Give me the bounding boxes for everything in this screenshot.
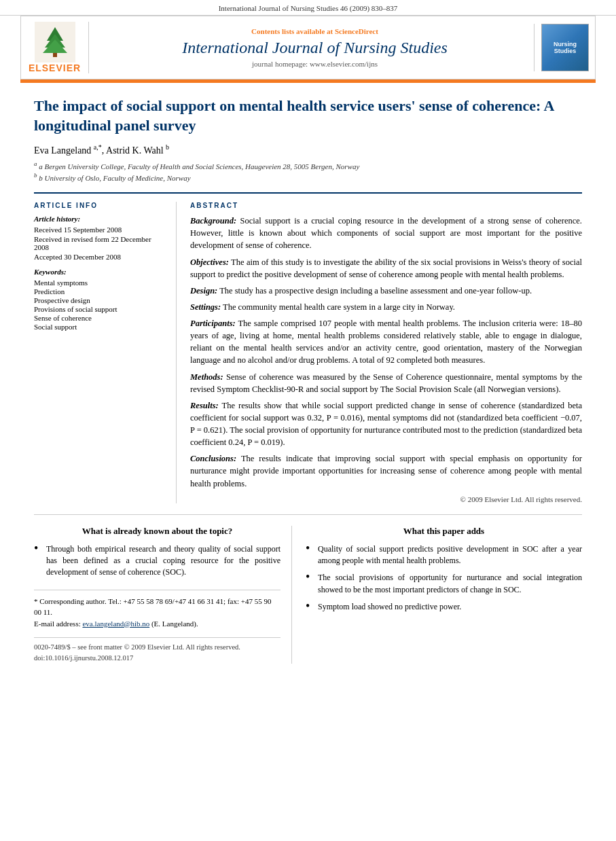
- abstract-header: ABSTRACT: [190, 202, 582, 209]
- sciencedirect-line: Contents lists available at ScienceDirec…: [96, 27, 534, 35]
- email-suffix: (E. Langeland).: [151, 620, 198, 628]
- keyword-5: Sense of coherence: [34, 314, 165, 322]
- known-title: What is already known about the topic?: [34, 526, 280, 537]
- article-history-label: Article history:: [34, 215, 165, 223]
- footer-doi: doi:10.1016/j.ijnurstu.2008.12.017: [34, 653, 280, 664]
- methods-text: Sense of coherence was measured by the S…: [190, 372, 582, 394]
- known-bullet-1-text: Through both empirical research and theo…: [46, 543, 280, 579]
- footnote-section: * Corresponding author. Tel.: +47 55 58 …: [34, 590, 280, 630]
- abstract-background: Background: Social support is a crucial …: [190, 215, 582, 251]
- conclusions-label: Conclusions:: [190, 454, 236, 463]
- keywords-label: Keywords:: [34, 268, 165, 276]
- nursing-logo-block: Nursing Studies: [534, 24, 588, 71]
- results-label: Results:: [190, 401, 219, 410]
- authors-line: Eva Langeland a,*, Astrid K. Wahl b: [34, 143, 582, 156]
- elsevier-tree-icon: [35, 22, 75, 62]
- participants-label: Participants:: [190, 319, 236, 328]
- keyword-3: Prospective design: [34, 296, 165, 304]
- bullet-dot-1: •: [34, 542, 43, 554]
- accepted-date: Accepted 30 December 2008: [34, 253, 165, 261]
- affiliation-b: b b University of Oslo, Faculty of Medic…: [34, 172, 582, 182]
- results-text: The results show that while social suppo…: [190, 401, 582, 447]
- adds-section: What this paper adds • Quality of social…: [306, 526, 582, 664]
- abstract-design: Design: The study has a prospective desi…: [190, 285, 582, 297]
- adds-bullet-2: • The social provisions of opportunity f…: [306, 572, 582, 596]
- adds-bullet-dot-1: •: [306, 542, 315, 554]
- background-label: Background:: [190, 216, 236, 226]
- settings-text: The community mental health care system …: [223, 302, 455, 312]
- affiliation-b-text: b University of Oslo, Faculty of Medicin…: [39, 173, 190, 181]
- objectives-text: The aim of this study is to investigate …: [190, 257, 582, 279]
- footer-copyright-text: 0020-7489/$ – see front matter © 2009 El…: [34, 642, 280, 653]
- abstract-participants: Participants: The sample comprised 107 p…: [190, 317, 582, 367]
- article-info-column: ARTICLE INFO Article history: Received 1…: [34, 202, 177, 503]
- adds-bullet-dot-2: •: [306, 571, 315, 583]
- adds-bullet-3: • Symptom load showed no predictive powe…: [306, 601, 582, 613]
- revised-date: Received in revised form 22 December 200…: [34, 235, 165, 251]
- top-bar: International Journal of Nursing Studies…: [0, 0, 616, 16]
- article-title: The impact of social support on mental h…: [34, 96, 582, 135]
- keyword-2: Prediction: [34, 287, 165, 296]
- design-label: Design:: [190, 286, 217, 296]
- affiliation-a-text: a Bergen University College, Faculty of …: [39, 162, 359, 171]
- abstract-settings: Settings: The community mental health ca…: [190, 301, 582, 313]
- journal-header: ELSEVIER Contents lists available at Sci…: [20, 16, 596, 79]
- affiliations-block: a a Bergen University College, Faculty o…: [34, 160, 582, 181]
- elsevier-logo-block: ELSEVIER: [28, 22, 89, 73]
- keyword-1: Mental symptoms: [34, 279, 165, 287]
- conclusions-text: The results indicate that improving soci…: [190, 454, 582, 488]
- adds-bullet-1: • Quality of social support predicts pos…: [306, 543, 582, 567]
- abstract-results: Results: The results show that while soc…: [190, 399, 582, 449]
- abstract-conclusions: Conclusions: The results indicate that i…: [190, 452, 582, 489]
- keyword-4: Provisions of social support: [34, 305, 165, 313]
- sciencedirect-prefix: Contents lists available at: [251, 27, 335, 35]
- email-label: E-mail address:: [34, 620, 81, 628]
- corresponding-footnote: * Corresponding author. Tel.: +47 55 58 …: [34, 596, 280, 618]
- journal-center-block: Contents lists available at ScienceDirec…: [96, 27, 534, 69]
- keyword-6: Social support: [34, 323, 165, 331]
- received-date: Received 15 September 2008: [34, 226, 165, 234]
- adds-bullet-3-text: Symptom load showed no predictive power.: [318, 601, 582, 613]
- footer-copyright: 0020-7489/$ – see front matter © 2009 El…: [34, 637, 280, 664]
- page-container: International Journal of Nursing Studies…: [0, 0, 616, 677]
- participants-text: The sample comprised 107 people with men…: [190, 319, 582, 365]
- adds-bullet-1-text: Quality of social support predicts posit…: [318, 543, 582, 567]
- known-section: What is already known about the topic? •…: [34, 526, 292, 664]
- design-text: The study has a prospective design inclu…: [219, 286, 532, 296]
- adds-title: What this paper adds: [306, 526, 582, 537]
- email-footnote: E-mail address: eva.langeland@hib.no (E.…: [34, 618, 280, 630]
- adds-bullet-dot-3: •: [306, 600, 315, 612]
- elsevier-wordmark: ELSEVIER: [29, 62, 81, 73]
- abstract-objectives: Objectives: The aim of this study is to …: [190, 256, 582, 281]
- email-value[interactable]: eva.langeland@hib.no: [82, 620, 149, 628]
- objectives-label: Objectives:: [190, 257, 229, 267]
- known-bullet-1: • Through both empirical research and th…: [34, 543, 280, 579]
- abstract-column: ABSTRACT Background: Social support is a…: [190, 202, 582, 503]
- background-text: Social support is a crucial coping resou…: [190, 216, 582, 250]
- abstract-methods: Methods: Sense of coherence was measured…: [190, 371, 582, 395]
- journal-homepage: journal homepage: www.elsevier.com/ijns: [96, 60, 534, 68]
- adds-bullet-2-text: The social provisions of opportunity for…: [318, 572, 582, 596]
- article-info-header: ARTICLE INFO: [34, 202, 165, 209]
- sciencedirect-name[interactable]: ScienceDirect: [335, 27, 378, 35]
- settings-label: Settings:: [190, 302, 221, 312]
- journal-citation: International Journal of Nursing Studies…: [219, 4, 398, 12]
- nursing-studies-logo: Nursing Studies: [541, 24, 589, 71]
- copyright-line: © 2009 Elsevier Ltd. All rights reserved…: [190, 495, 582, 503]
- nursing-logo-text: Nursing Studies: [545, 41, 585, 54]
- bottom-section: What is already known about the topic? •…: [34, 514, 582, 664]
- article-info-abstract-columns: ARTICLE INFO Article history: Received 1…: [34, 192, 582, 503]
- main-content: The impact of social support on mental h…: [0, 83, 616, 677]
- methods-label: Methods:: [190, 372, 223, 382]
- author-names: Eva Langeland a,*, Astrid K. Wahl b: [34, 145, 169, 156]
- affiliation-a: a a Bergen University College, Faculty o…: [34, 160, 582, 171]
- journal-title: International Journal of Nursing Studies: [96, 38, 534, 58]
